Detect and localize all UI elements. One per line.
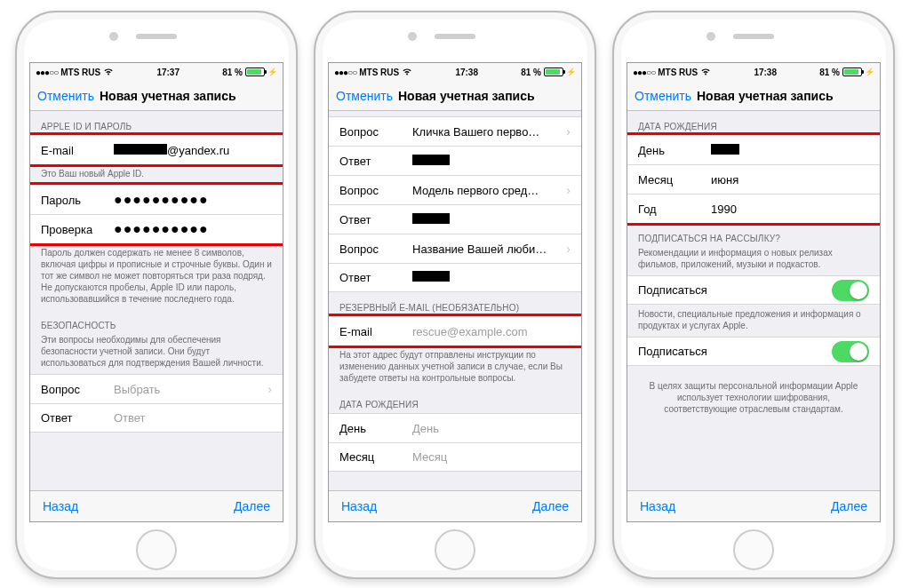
cancel-button[interactable]: Отменить	[336, 89, 393, 103]
footer-bar: Назад Далее	[329, 490, 581, 521]
answer3-cell[interactable]: Ответ	[329, 263, 581, 292]
next-button[interactable]: Далее	[831, 499, 867, 513]
question1-cell[interactable]: Вопрос Кличка Вашего перво… ›	[329, 116, 581, 146]
question3-cell[interactable]: Вопрос Название Вашей люби… ›	[329, 234, 581, 263]
cancel-button[interactable]: Отменить	[635, 89, 691, 103]
footer-bar: Назад Далее	[627, 490, 880, 521]
chevron-right-icon: ›	[566, 242, 571, 256]
battery-icon	[842, 68, 862, 76]
verify-cell[interactable]: Проверка ●●●●●●●●●●	[30, 214, 283, 243]
phone-mockup-1: ●●●○○ MTS RUS 17:37 81 % ⚡ Отменить Нова…	[15, 11, 298, 579]
back-button[interactable]: Назад	[341, 499, 377, 513]
day-cell[interactable]: День	[627, 135, 880, 164]
section-dob: ДАТА РОЖДЕНИЯ	[329, 389, 581, 413]
carrier: MTS RUS	[658, 68, 698, 77]
battery-icon	[544, 68, 563, 76]
password-cell[interactable]: Пароль ●●●●●●●●●●	[30, 185, 283, 214]
chevron-right-icon: ›	[566, 124, 571, 139]
answer2-cell[interactable]: Ответ	[329, 204, 581, 234]
day-cell[interactable]: День День	[329, 413, 581, 442]
phone-mockup-2: ●●●○○ MTS RUS 17:38 81 % ⚡ Отменить Нова…	[314, 11, 596, 579]
time: 17:38	[754, 68, 777, 77]
wifi-icon	[402, 68, 412, 77]
signal-icon: ●●●○○	[633, 68, 655, 77]
speaker	[136, 34, 177, 39]
charging-icon: ⚡	[267, 68, 277, 76]
home-button[interactable]	[435, 529, 475, 570]
footer-bar: Назад Далее	[30, 490, 283, 521]
email-label: E-mail	[41, 144, 114, 157]
content: APPLE ID И ПАРОЛЬ E-mail @yandex.ru Это …	[30, 111, 283, 490]
battery-pct: 81 %	[521, 68, 541, 77]
time: 17:38	[455, 68, 478, 77]
month-cell[interactable]: Месяц Месяц	[329, 442, 581, 472]
content: ДАТА РОЖДЕНИЯ День Месяц июня Год 1990 П…	[627, 111, 880, 490]
page-title: Новая учетная запись	[100, 89, 236, 103]
section-appleid: APPLE ID И ПАРОЛЬ	[30, 111, 283, 135]
answer-ph: Ответ	[114, 411, 272, 425]
nav-bar: Отменить Новая учетная запись	[329, 81, 581, 111]
next-button[interactable]: Далее	[234, 499, 270, 513]
camera-dot	[408, 32, 417, 41]
appleid-footer: Это Ваш новый Apple ID.	[30, 164, 283, 185]
rescue-email-cell[interactable]: E-mail rescue@example.com	[329, 316, 581, 346]
next-button[interactable]: Далее	[532, 499, 569, 513]
carrier: MTS RUS	[359, 68, 399, 77]
home-button[interactable]	[733, 529, 774, 570]
answer1-cell[interactable]: Ответ	[329, 146, 581, 175]
status-bar: ●●●○○ MTS RUS 17:37 81 % ⚡	[30, 63, 283, 81]
carrier: MTS RUS	[60, 68, 100, 77]
chevron-right-icon: ›	[566, 183, 571, 197]
question-cell[interactable]: Вопрос Выбрать ›	[30, 374, 283, 403]
email-cell[interactable]: E-mail @yandex.ru	[30, 135, 283, 164]
page-title: Новая учетная запись	[398, 89, 535, 103]
subscribe-1-cell: Подписаться	[627, 275, 880, 305]
security-footer: Эти вопросы необходимы для обеспечения б…	[30, 334, 283, 374]
time: 17:37	[156, 68, 180, 77]
password-label: Пароль	[41, 194, 114, 207]
wifi-icon	[103, 68, 114, 77]
answer-cell[interactable]: Ответ Ответ	[30, 403, 283, 433]
status-bar: ●●●○○ MTS RUS 17:38 81 % ⚡	[627, 63, 880, 81]
camera-dot	[706, 32, 715, 41]
signal-icon: ●●●○○	[334, 68, 356, 77]
password-footer: Пароль должен содержать не менее 8 симво…	[30, 243, 283, 310]
sub-footer1: Рекомендации и информация о новых релиза…	[627, 247, 880, 275]
screen-3: ●●●○○ MTS RUS 17:38 81 % ⚡ Отменить Нова…	[627, 62, 881, 522]
nav-bar: Отменить Новая учетная запись	[627, 81, 880, 111]
month-cell[interactable]: Месяц июня	[627, 164, 880, 194]
screen-1: ●●●○○ MTS RUS 17:37 81 % ⚡ Отменить Нова…	[29, 62, 283, 522]
home-button[interactable]	[136, 529, 177, 570]
signal-icon: ●●●○○	[36, 68, 58, 77]
back-button[interactable]: Назад	[43, 499, 78, 513]
speaker	[435, 34, 475, 39]
screen-2: ●●●○○ MTS RUS 17:38 81 % ⚡ Отменить Нова…	[328, 62, 582, 522]
year-cell[interactable]: Год 1990	[627, 194, 880, 223]
speaker	[733, 34, 774, 39]
phone-mockup-3: ●●●○○ MTS RUS 17:38 81 % ⚡ Отменить Нова…	[612, 11, 895, 579]
email-value: @yandex.ru	[114, 144, 272, 157]
charging-icon: ⚡	[566, 68, 576, 76]
question2-cell[interactable]: Вопрос Модель первого сред… ›	[329, 175, 581, 204]
wifi-icon	[700, 68, 711, 77]
section-security: БЕЗОПАСНОСТЬ	[30, 310, 283, 334]
page-title: Новая учетная запись	[697, 89, 834, 103]
battery-pct: 81 %	[222, 68, 243, 77]
answer-label: Ответ	[41, 411, 114, 425]
cancel-button[interactable]: Отменить	[37, 89, 94, 103]
back-button[interactable]: Назад	[640, 499, 675, 513]
password-value: ●●●●●●●●●●	[114, 193, 272, 207]
question-label: Вопрос	[41, 383, 114, 396]
status-bar: ●●●○○ MTS RUS 17:38 81 % ⚡	[329, 63, 581, 81]
section-rescue: РЕЗЕРВНЫЙ E-MAIL (НЕОБЯЗАТЕЛЬНО)	[329, 292, 581, 316]
nav-bar: Отменить Новая учетная запись	[30, 81, 283, 111]
camera-dot	[109, 32, 118, 41]
subscribe-2-cell: Подписаться	[627, 337, 880, 366]
question-ph: Выбрать	[114, 383, 264, 396]
section-subscribe: ПОДПИСАТЬСЯ НА РАССЫЛКУ?	[627, 223, 880, 247]
chevron-right-icon: ›	[267, 382, 272, 396]
verify-value: ●●●●●●●●●●	[114, 222, 272, 236]
subscribe-toggle-2[interactable]	[832, 341, 869, 362]
subscribe-toggle-1[interactable]	[832, 280, 869, 301]
battery-icon	[245, 68, 265, 76]
